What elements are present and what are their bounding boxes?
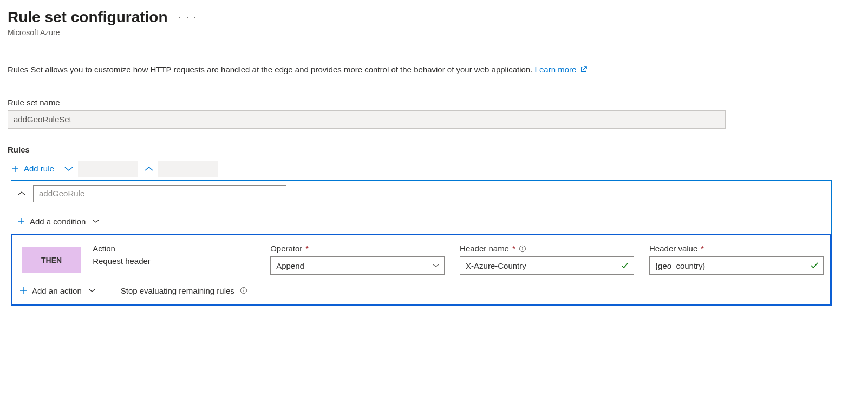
plus-icon <box>17 217 25 226</box>
rule-panel: Add a condition THEN Action Request head… <box>11 180 832 306</box>
collapse-icon[interactable] <box>17 190 27 197</box>
stop-eval-label: Stop evaluating remaining rules <box>121 286 234 295</box>
page-subtitle: Microsoft Azure <box>8 28 859 37</box>
check-icon <box>810 262 819 269</box>
move-down-button[interactable] <box>63 164 75 173</box>
add-condition-button[interactable]: Add a condition <box>17 217 100 226</box>
operator-label: Operator <box>270 244 302 253</box>
chevron-down-icon <box>92 219 100 224</box>
learn-more-link[interactable]: Learn more <box>535 65 588 74</box>
chevron-down-icon <box>88 288 96 293</box>
required-mark: * <box>305 244 309 253</box>
svg-point-1 <box>522 247 523 247</box>
add-condition-text: Add a condition <box>30 217 86 226</box>
chevron-down-icon <box>432 263 440 268</box>
description-text: Rules Set allows you to customize how HT… <box>8 65 535 74</box>
ruleset-name-label: Rule set name <box>8 98 859 107</box>
add-action-button[interactable]: Add an action <box>19 286 96 295</box>
header-value-input[interactable]: {geo_country} <box>649 256 824 275</box>
action-line: THEN Action Request header Operator * Ap… <box>19 244 824 275</box>
check-icon <box>621 262 629 269</box>
plus-icon <box>19 286 28 295</box>
add-rule-text: Add rule <box>24 164 54 173</box>
svg-point-3 <box>243 289 244 289</box>
ruleset-name-input <box>8 110 726 129</box>
page-description: Rules Set allows you to customize how HT… <box>8 64 859 76</box>
action-type-text: Request header <box>93 256 255 266</box>
required-mark: * <box>701 244 704 253</box>
header-name-label: Header name <box>460 244 509 253</box>
rule-header-row <box>11 180 832 207</box>
header-value-label: Header value <box>649 244 697 253</box>
action-footer: Add an action Stop evaluating remaining … <box>19 286 824 295</box>
learn-more-text: Learn more <box>535 65 577 74</box>
page-title: Rule set configuration <box>8 9 168 26</box>
add-action-text: Add an action <box>32 286 82 295</box>
more-icon[interactable]: · · · <box>179 12 198 23</box>
rules-toolbar: Add rule <box>8 161 859 177</box>
external-link-icon <box>580 65 588 73</box>
then-badge: THEN <box>22 247 81 273</box>
move-up-slot <box>158 161 218 177</box>
info-icon[interactable] <box>519 245 526 253</box>
header-name-input[interactable]: X-Azure-Country <box>460 256 634 275</box>
rules-heading: Rules <box>8 145 859 154</box>
rule-name-input[interactable] <box>33 185 286 202</box>
operator-value: Append <box>276 261 304 270</box>
condition-row: Add a condition <box>11 207 832 234</box>
move-down-slot <box>78 161 138 177</box>
plus-icon <box>11 164 19 173</box>
action-label: Action <box>93 244 255 253</box>
required-mark: * <box>512 244 515 253</box>
add-rule-button[interactable]: Add rule <box>8 162 57 175</box>
stop-eval-checkbox[interactable] <box>106 286 115 295</box>
header-value-value: {geo_country} <box>655 261 706 270</box>
header-name-value: X-Azure-Country <box>466 261 526 270</box>
operator-select[interactable]: Append <box>270 256 445 275</box>
info-icon[interactable] <box>240 287 247 294</box>
move-up-button[interactable] <box>143 164 155 173</box>
action-block: THEN Action Request header Operator * Ap… <box>11 234 832 306</box>
